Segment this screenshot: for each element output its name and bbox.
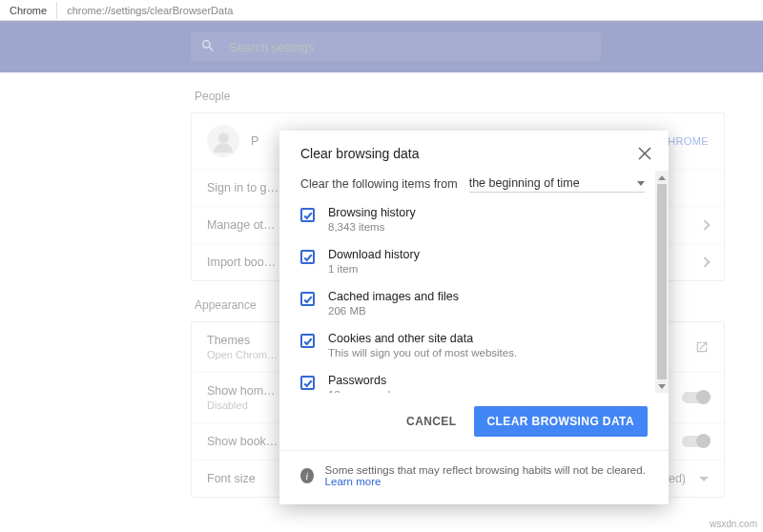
option-title: Passwords [328, 374, 396, 387]
option-title: Cookies and other site data [328, 332, 517, 345]
option-sub: This will sign you out of most websites. [328, 347, 517, 358]
scroll-down-icon[interactable] [655, 379, 669, 393]
option-title: Cached images and files [328, 290, 459, 303]
learn-more-link[interactable]: Learn more [325, 476, 382, 487]
clear-browsing-data-dialog: Clear browsing data Clear the following … [279, 131, 669, 504]
checkbox-checked-icon[interactable] [300, 334, 315, 348]
option-title: Browsing history [328, 206, 416, 219]
cancel-button[interactable]: CANCEL [406, 415, 456, 428]
dialog-body: Clear the following items from the begin… [279, 171, 669, 393]
address-bar[interactable]: chrome://settings/clearBrowserData [57, 2, 763, 19]
option-cached-files[interactable]: Cached images and files 206 MB [300, 290, 650, 317]
checkbox-checked-icon[interactable] [300, 376, 315, 390]
browser-tab-title[interactable]: Chrome [0, 2, 57, 19]
dialog-title: Clear browsing data [300, 146, 420, 161]
option-title: Download history [328, 248, 420, 261]
chevron-down-icon [637, 181, 645, 186]
watermark: wsxdn.com [710, 519, 757, 529]
dialog-header: Clear browsing data [279, 131, 669, 171]
footer-text: Some settings that may reflect browsing … [325, 464, 646, 476]
option-sub: 8,343 items [328, 221, 416, 233]
checkbox-checked-icon[interactable] [300, 292, 315, 306]
dialog-footer-note: i Some settings that may reflect browsin… [279, 450, 669, 504]
time-range-value: the beginning of time [469, 176, 580, 190]
dialog-subtitle: Clear the following items from [300, 177, 458, 191]
option-sub: 1 item [328, 263, 420, 275]
scroll-up-icon[interactable] [655, 171, 669, 184]
dialog-scrollbar[interactable] [655, 171, 669, 393]
close-icon[interactable] [638, 147, 651, 160]
checkbox-checked-icon[interactable] [300, 250, 315, 264]
option-download-history[interactable]: Download history 1 item [300, 248, 650, 275]
scroll-thumb[interactable] [657, 184, 667, 379]
option-sub: 206 MB [328, 305, 459, 317]
dialog-actions: CANCEL CLEAR BROWSING DATA [279, 393, 669, 450]
time-range-select[interactable]: the beginning of time [469, 174, 645, 193]
clear-data-button[interactable]: CLEAR BROWSING DATA [474, 406, 648, 437]
option-passwords[interactable]: Passwords 18 passwords [300, 374, 650, 393]
checkbox-checked-icon[interactable] [300, 208, 315, 222]
browser-chrome-bar: Chrome chrome://settings/clearBrowserDat… [0, 0, 763, 21]
option-cookies[interactable]: Cookies and other site data This will si… [300, 332, 650, 358]
option-browsing-history[interactable]: Browsing history 8,343 items [300, 206, 650, 233]
info-icon: i [300, 468, 314, 483]
option-sub: 18 passwords [328, 389, 396, 393]
